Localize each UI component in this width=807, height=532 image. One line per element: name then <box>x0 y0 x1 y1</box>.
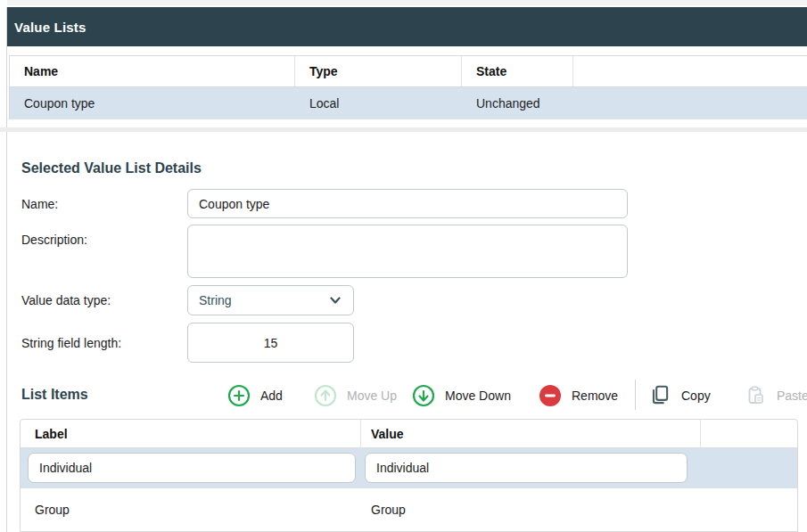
copy-icon <box>648 384 671 407</box>
window-top-strip <box>7 0 807 5</box>
remove-button-label: Remove <box>572 389 618 403</box>
remove-icon <box>539 384 562 407</box>
value-data-type-label: Value data type: <box>21 293 111 307</box>
cell-type[interactable]: Local <box>295 87 462 119</box>
add-button[interactable]: Add <box>227 383 283 408</box>
column-header-value[interactable]: Value <box>361 420 701 447</box>
string-field-length-field[interactable] <box>187 323 354 363</box>
item-value-field[interactable] <box>365 453 688 483</box>
column-header-state[interactable]: State <box>462 56 573 86</box>
value-lists-header-row: Name Type State <box>10 56 807 87</box>
value-data-type-selected: String <box>199 293 232 307</box>
string-field-length-label: String field length: <box>21 336 121 350</box>
copy-button[interactable]: Copy <box>648 383 711 408</box>
panel-title: Value Lists <box>14 20 86 35</box>
paste-button[interactable]: Paste <box>745 383 807 408</box>
cell-empty <box>573 87 807 119</box>
list-item-row[interactable]: Group Group <box>21 488 797 532</box>
details-section-title: Selected Value List Details <box>21 160 202 176</box>
move-up-button[interactable]: Move Up <box>314 383 397 408</box>
copy-button-label: Copy <box>681 389 711 403</box>
list-items-header-row: Label Value <box>21 420 797 448</box>
name-field[interactable] <box>187 189 628 218</box>
paste-button-label: Paste <box>777 389 807 403</box>
cell-empty <box>701 488 797 531</box>
list-item-row-editing[interactable] <box>21 448 797 488</box>
toolbar-separator <box>635 380 636 410</box>
description-field[interactable] <box>187 225 628 278</box>
arrow-down-circle-icon <box>412 384 435 407</box>
panel-header: Value Lists <box>7 7 807 46</box>
add-icon <box>227 384 251 407</box>
panel-splitter[interactable] <box>6 7 7 532</box>
move-down-button[interactable]: Move Down <box>412 383 511 408</box>
column-header-type[interactable]: Type <box>295 56 462 86</box>
column-header-label[interactable]: Label <box>21 420 361 447</box>
section-divider <box>0 127 807 132</box>
item-label-field[interactable] <box>28 453 356 483</box>
column-header-empty <box>701 420 797 447</box>
name-field-label: Name: <box>21 197 58 211</box>
value-lists-table: Name Type State Coupon type Local Unchan… <box>9 55 807 119</box>
description-field-label: Description: <box>21 233 87 247</box>
list-items-section-title: List Items <box>21 387 88 403</box>
cell-name[interactable]: Coupon type <box>10 87 295 119</box>
add-button-label: Add <box>260 389 283 403</box>
arrow-up-circle-icon <box>314 384 337 407</box>
value-data-type-dropdown[interactable]: String <box>187 285 354 315</box>
cell-value[interactable]: Group <box>361 488 701 531</box>
cell-state[interactable]: Unchanged <box>462 87 573 119</box>
column-header-empty <box>573 56 807 86</box>
column-header-name[interactable]: Name <box>10 56 295 86</box>
list-items-table: Label Value Group Group <box>20 419 798 532</box>
move-down-button-label: Move Down <box>445 389 511 403</box>
cell-label[interactable]: Group <box>21 488 361 531</box>
paste-icon <box>745 385 767 406</box>
move-up-button-label: Move Up <box>347 389 397 403</box>
chevron-down-icon <box>328 293 342 307</box>
remove-button[interactable]: Remove <box>539 383 618 408</box>
table-row-selected[interactable]: Coupon type Local Unchanged <box>10 87 807 119</box>
